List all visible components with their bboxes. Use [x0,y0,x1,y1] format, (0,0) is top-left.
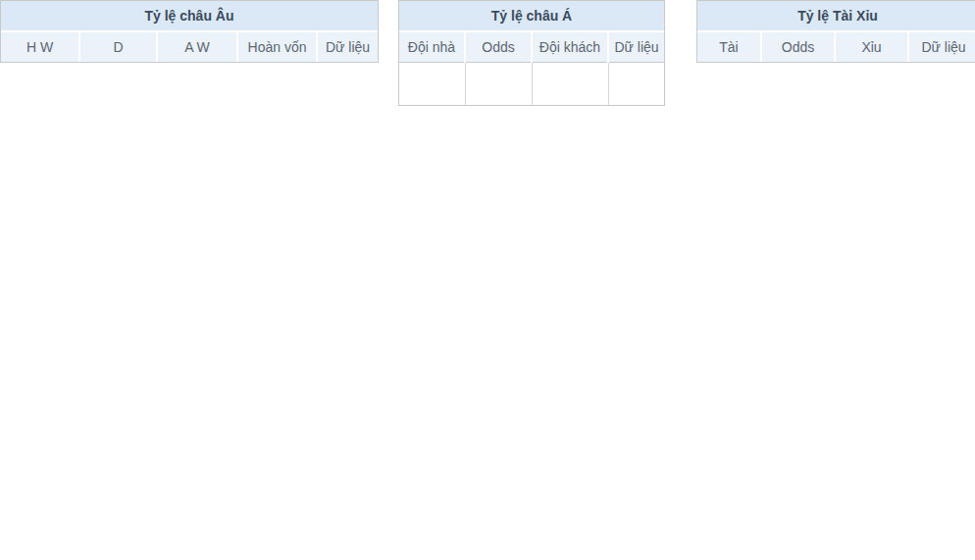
asian-handicap-panel: Tỷ lệ châu Á Đội nhàOddsĐội kháchDữ liệu [398,0,665,106]
column-header: D [79,31,157,62]
panel-title-asian-handicap: Tỷ lệ châu Á [399,1,664,30]
column-header: Đội nhà [399,31,465,63]
column-header: Odds [761,31,835,62]
panel-title-european-odds: Tỷ lệ châu Âu [1,1,378,30]
column-header: Đội khách [532,31,608,63]
panel-title-over-under: Tỷ lệ Tài Xỉu [697,1,975,30]
european-odds-table: H WDA WHoàn vốnDữ liệu [1,30,378,62]
empty-cell [608,63,664,105]
asian-handicap-table: Đội nhàOddsĐội kháchDữ liệu [399,30,664,105]
column-header: Odds [465,31,532,63]
over-under-table: TàiOddsXỉuDữ liệu [697,30,975,62]
european-odds-panel: Tỷ lệ châu Âu H WDA WHoàn vốnDữ liệu [0,0,379,63]
column-header: A W [157,31,237,62]
empty-cell [532,63,608,105]
odds-row [399,63,664,105]
column-header: Dữ liệu [908,31,975,62]
empty-cell [465,63,532,105]
column-header: H W [1,31,79,62]
column-header: Tài [697,31,761,62]
column-header: Dữ liệu [608,31,664,63]
column-header: Hoàn vốn [237,31,317,62]
over-under-panel: Tỷ lệ Tài Xỉu TàiOddsXỉuDữ liệu [696,0,975,63]
odds-comparison-board: Tỷ lệ châu Âu H WDA WHoàn vốnDữ liệu Tỷ … [0,0,975,106]
column-header: Dữ liệu [317,31,378,62]
empty-cell [399,63,465,105]
column-header: Xỉu [835,31,908,62]
